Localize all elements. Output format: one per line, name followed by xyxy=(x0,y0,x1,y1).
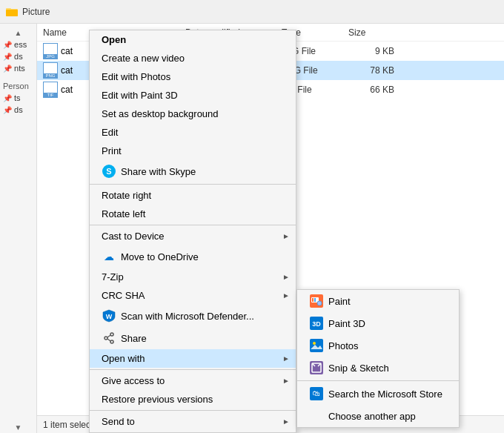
sub-menu-item-store[interactable]: 🛍 Search the Microsoft Store xyxy=(297,383,459,405)
menu-item-edit-paint3d[interactable]: Edit with Paint 3D xyxy=(90,86,296,105)
scroll-up[interactable]: ▲ xyxy=(0,27,36,39)
sidebar-item-ess[interactable]: 📌 ess xyxy=(0,39,36,50)
submenu-arrow: ► xyxy=(282,273,290,281)
file-name: cat xyxy=(61,46,73,56)
sub-menu-item-choose[interactable]: Choose another app xyxy=(297,405,459,427)
svg-point-13 xyxy=(317,301,322,305)
menu-item-onedrive[interactable]: ☁ Move to OneDrive xyxy=(90,245,296,268)
skype-icon: S xyxy=(102,164,116,179)
menu-item-crcsha[interactable]: CRC SHA ► xyxy=(90,286,296,305)
submenu-arrow: ► xyxy=(282,377,290,385)
svg-rect-12 xyxy=(314,298,316,302)
share-icon xyxy=(102,331,116,346)
svg-rect-2 xyxy=(6,10,18,16)
sidebar-item-ds[interactable]: 📌 ds xyxy=(0,50,36,62)
context-menu: Open Create a new video Edit with Photos… xyxy=(89,30,296,433)
file-icon-png xyxy=(43,63,58,78)
submenu-arrow: ► xyxy=(282,354,290,363)
file-icon-jpg xyxy=(43,44,58,59)
col-size[interactable]: Size xyxy=(348,27,400,38)
svg-rect-16 xyxy=(310,339,323,352)
scroll-down[interactable]: ▼ xyxy=(0,421,36,433)
submenu-arrow: ► xyxy=(282,232,290,240)
folder-icon xyxy=(6,6,18,18)
separator xyxy=(90,410,296,411)
sub-separator xyxy=(297,380,459,381)
menu-item-edit-photos[interactable]: Edit with Photos xyxy=(90,67,296,86)
sidebar-item-person[interactable]: Person xyxy=(0,80,36,92)
file-size: 66 KB xyxy=(348,85,400,95)
snip-icon xyxy=(309,360,324,375)
svg-point-17 xyxy=(313,342,316,345)
paint3d-icon: 3D xyxy=(309,316,324,331)
svg-point-6 xyxy=(110,340,113,343)
file-icon-tif xyxy=(43,82,58,97)
separator xyxy=(90,184,296,185)
separator xyxy=(90,225,296,225)
svg-line-8 xyxy=(107,339,110,341)
sub-context-menu-open-with: Paint 3D Paint 3D Photos xyxy=(296,289,460,428)
menu-item-restore[interactable]: Restore previous versions xyxy=(90,390,296,409)
file-name: cat xyxy=(61,65,73,76)
sidebar: ▲ 📌 ess 📌 ds 📌 nts Person 📌 ts 📌 ds ▼ xyxy=(0,24,37,433)
svg-point-4 xyxy=(110,333,113,336)
menu-item-set-desktop[interactable]: Set as desktop background xyxy=(90,105,296,123)
menu-item-create-video[interactable]: Create a new video xyxy=(90,49,296,67)
paint3d-label: Paint 3D xyxy=(328,318,365,329)
svg-text:W: W xyxy=(106,313,113,320)
choose-icon xyxy=(309,409,324,423)
menu-item-rotate-left[interactable]: Rotate left xyxy=(90,205,296,223)
paint-icon xyxy=(309,294,324,308)
snip-label: Snip & Sketch xyxy=(328,363,389,374)
svg-text:🛍: 🛍 xyxy=(313,389,320,397)
sub-menu-item-photos[interactable]: Photos xyxy=(297,334,459,357)
submenu-arrow: ► xyxy=(282,291,290,300)
store-icon: 🛍 xyxy=(309,386,324,401)
sub-menu-item-paint[interactable]: Paint xyxy=(297,290,459,312)
store-label: Search the Microsoft Store xyxy=(328,389,442,400)
menu-item-defender[interactable]: W Scan with Microsoft Defender... xyxy=(90,305,296,327)
choose-label: Choose another app xyxy=(328,411,416,422)
photos-label: Photos xyxy=(328,340,358,351)
menu-item-cast[interactable]: Cast to Device ► xyxy=(90,227,296,245)
menu-item-print[interactable]: Print xyxy=(90,142,296,160)
title-bar: Picture xyxy=(0,0,504,24)
svg-text:3D: 3D xyxy=(312,320,321,328)
menu-item-send-to[interactable]: Send to ► xyxy=(90,412,296,431)
paint-label: Paint xyxy=(328,296,351,307)
window-title: Picture xyxy=(22,7,50,17)
svg-point-5 xyxy=(105,337,107,340)
menu-item-share[interactable]: Share xyxy=(90,327,296,349)
submenu-arrow: ► xyxy=(282,417,290,426)
sidebar-item-ds2[interactable]: 📌 ds xyxy=(0,104,36,116)
menu-item-rotate-right[interactable]: Rotate right xyxy=(90,186,296,205)
sidebar-item-nts[interactable]: 📌 nts xyxy=(0,62,36,74)
file-name: cat xyxy=(61,85,73,95)
defender-icon: W xyxy=(102,308,116,323)
photos-icon xyxy=(309,338,324,353)
menu-item-7zip[interactable]: 7-Zip ► xyxy=(90,268,296,286)
menu-item-give-access[interactable]: Give access to ► xyxy=(90,371,296,390)
menu-item-open[interactable]: Open xyxy=(90,30,296,49)
sub-menu-item-snip[interactable]: Snip & Sketch xyxy=(297,357,459,379)
svg-line-7 xyxy=(107,335,110,337)
menu-item-open-with[interactable]: Open with ► xyxy=(90,349,296,368)
sidebar-item-ts[interactable]: 📌 ts xyxy=(0,92,36,104)
file-size: 78 KB xyxy=(348,65,400,76)
sub-menu-item-paint3d[interactable]: 3D Paint 3D xyxy=(297,312,459,334)
menu-item-share-skype[interactable]: S Share with Skype xyxy=(90,160,296,182)
onedrive-icon: ☁ xyxy=(102,249,116,264)
svg-rect-11 xyxy=(312,298,314,302)
separator xyxy=(90,369,296,370)
menu-item-edit[interactable]: Edit xyxy=(90,123,296,142)
file-size: 9 KB xyxy=(348,46,400,56)
